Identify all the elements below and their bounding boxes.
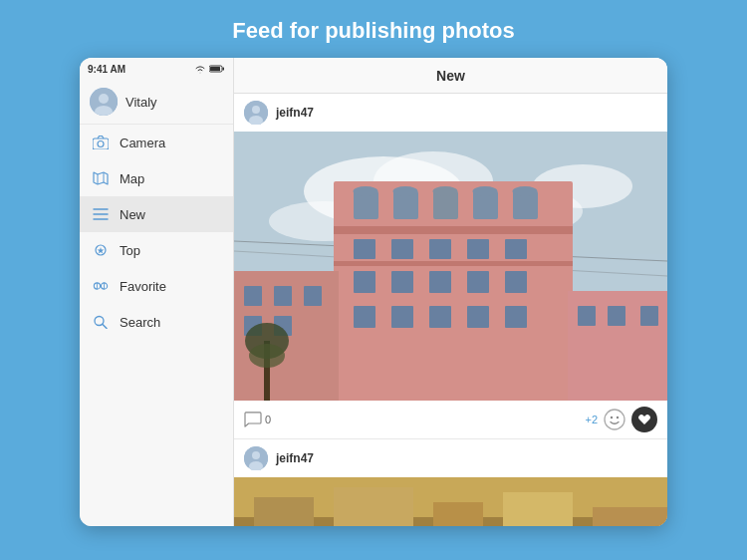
top-label: Top: [120, 243, 140, 258]
svg-point-41: [393, 186, 418, 196]
sidebar-item-top[interactable]: Top: [80, 232, 233, 268]
page-title: Feed for publishing photos: [232, 18, 515, 44]
svg-rect-55: [354, 306, 375, 328]
post-image-1: [234, 132, 667, 401]
new-label: New: [120, 207, 145, 222]
feed[interactable]: jeifn47: [234, 94, 667, 526]
post-card-2: jeifn47: [234, 439, 667, 526]
device-frame: 9:41 AM: [80, 58, 667, 526]
svg-rect-68: [608, 306, 625, 326]
post-header-2: jeifn47: [234, 439, 667, 477]
avatar: [90, 88, 118, 116]
svg-rect-81: [254, 497, 314, 526]
svg-rect-48: [467, 239, 489, 259]
svg-rect-83: [433, 502, 483, 526]
post-header-1: jeifn47: [234, 94, 667, 132]
svg-rect-52: [429, 271, 451, 293]
sidebar: 9:41 AM: [80, 58, 234, 526]
svg-marker-8: [94, 172, 108, 184]
svg-point-75: [617, 417, 619, 419]
main-header-title: New: [436, 68, 465, 84]
like-button-1[interactable]: [631, 407, 657, 432]
map-label: Map: [120, 171, 144, 186]
post-actions-left-1: 0: [244, 412, 271, 427]
svg-rect-69: [640, 306, 658, 326]
main-header: New: [234, 58, 667, 94]
svg-rect-56: [391, 306, 413, 328]
main-content: New jeifn47: [234, 58, 667, 526]
svg-rect-47: [429, 239, 451, 259]
svg-rect-63: [304, 286, 322, 306]
comment-count-1: 0: [265, 414, 271, 425]
post-avatar-2: [244, 446, 268, 470]
map-icon: [92, 169, 110, 187]
sidebar-item-search[interactable]: Search: [80, 304, 233, 340]
sidebar-item-camera[interactable]: Camera: [80, 125, 233, 160]
sidebar-item-new[interactable]: New: [80, 196, 233, 232]
sidebar-profile[interactable]: Vitaly: [80, 80, 233, 125]
reaction-icon[interactable]: [604, 409, 625, 430]
svg-rect-54: [505, 271, 527, 293]
status-time: 9:41 AM: [88, 64, 125, 75]
post-footer-1: 0 +2: [234, 401, 667, 438]
svg-rect-33: [334, 226, 573, 234]
svg-rect-6: [93, 139, 109, 149]
post-card-1: jeifn47: [234, 94, 667, 439]
status-bar: 9:41 AM: [80, 58, 233, 80]
svg-rect-61: [244, 286, 262, 306]
svg-rect-85: [593, 507, 667, 526]
svg-point-74: [611, 417, 613, 419]
profile-name: Vitaly: [125, 95, 157, 110]
camera-label: Camera: [120, 136, 165, 150]
post-username-1: jeifn47: [276, 106, 314, 120]
post-image-2: [234, 477, 667, 526]
svg-point-73: [605, 410, 624, 429]
svg-rect-45: [354, 239, 375, 259]
like-icon: [637, 413, 651, 426]
svg-rect-2: [210, 67, 220, 71]
post-actions-right-1: +2: [585, 407, 657, 432]
svg-point-44: [513, 186, 538, 196]
status-icons: [194, 65, 225, 74]
new-icon: [92, 205, 110, 223]
svg-point-77: [252, 451, 260, 459]
svg-point-43: [473, 186, 498, 196]
search-label: Search: [120, 315, 160, 330]
camera-icon: [92, 134, 110, 151]
svg-rect-58: [467, 306, 489, 328]
svg-rect-51: [391, 271, 413, 293]
svg-point-7: [98, 141, 104, 147]
svg-rect-46: [391, 239, 413, 259]
svg-point-42: [433, 186, 458, 196]
svg-point-4: [99, 94, 109, 104]
comment-button-1[interactable]: 0: [244, 412, 271, 427]
sidebar-item-favorite[interactable]: Favorite: [80, 268, 233, 304]
top-icon: [92, 241, 110, 259]
favorite-icon: [92, 277, 110, 295]
comment-icon: [244, 412, 262, 427]
svg-rect-1: [223, 68, 225, 71]
plus-count-1: +2: [585, 414, 598, 425]
post-username-2: jeifn47: [276, 451, 314, 465]
battery-icon: [209, 65, 225, 73]
favorite-label: Favorite: [120, 279, 166, 294]
svg-rect-82: [334, 487, 413, 526]
svg-rect-84: [503, 492, 573, 526]
post-avatar-1: [244, 101, 268, 125]
search-icon: [92, 313, 110, 331]
svg-rect-34: [334, 261, 573, 266]
svg-point-40: [354, 186, 378, 196]
svg-rect-59: [505, 306, 527, 328]
svg-point-22: [252, 106, 260, 114]
svg-line-20: [103, 325, 107, 329]
svg-rect-50: [354, 271, 375, 293]
svg-rect-49: [505, 239, 527, 259]
svg-point-72: [249, 344, 285, 368]
svg-rect-53: [467, 271, 489, 293]
wifi-icon: [194, 65, 206, 74]
sidebar-item-map[interactable]: Map: [80, 160, 233, 196]
svg-rect-57: [429, 306, 451, 328]
svg-rect-62: [274, 286, 292, 306]
sidebar-nav: Camera Map: [80, 125, 233, 526]
svg-rect-67: [578, 306, 596, 326]
